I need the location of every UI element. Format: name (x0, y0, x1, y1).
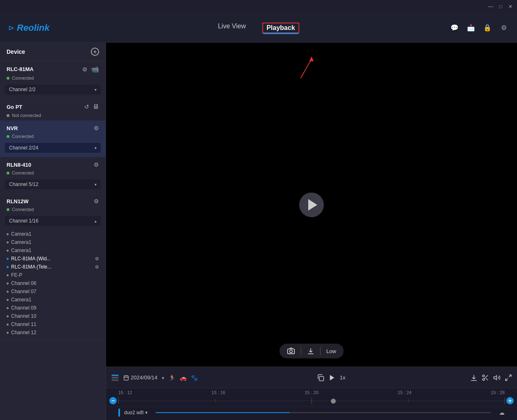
device-gear-gopt[interactable]: ↺ (84, 103, 89, 110)
timeline-zoom-out-button[interactable]: − (109, 397, 117, 404)
add-device-button[interactable]: + (91, 48, 99, 56)
channel-dot-10 (7, 315, 9, 317)
channel-dot-5 (7, 274, 9, 276)
device-stream-icon-rlc81ma[interactable]: 📹 (91, 65, 99, 73)
device-stream-icon-gopt[interactable]: 🖥 (92, 103, 99, 110)
device-item-nvr: NVR ⚙ Connected Channel 2/24 ▾ (0, 121, 106, 157)
channel-track-name: duo2 wifi ▾ (124, 410, 148, 415)
timeline-track-row[interactable]: − + (106, 396, 517, 406)
device-name-rlc81ma: RLC-81MA (7, 66, 34, 72)
cloud-icon[interactable]: ☁ (499, 409, 505, 416)
channel-list-item-3[interactable]: RLC-81MA (Wid... ⚙ (7, 255, 99, 263)
fullscreen-icon[interactable] (505, 374, 512, 381)
channel-dot-7 (7, 291, 9, 293)
download-button[interactable] (307, 347, 314, 355)
channel-list-item-6[interactable]: Channel 06 (7, 279, 99, 287)
tick-4 (505, 397, 505, 404)
device-channel-nvr[interactable]: Channel 2/24 ▾ (5, 143, 101, 153)
chat-icon[interactable]: 💬 (450, 23, 459, 33)
tick-2 (312, 397, 312, 404)
channel-track-progress (156, 412, 290, 413)
channel-gear-4[interactable]: ⚙ (95, 264, 99, 270)
svg-rect-7 (124, 376, 129, 380)
filter-pet-icon[interactable]: 🐾 (191, 374, 198, 381)
play-button[interactable] (299, 193, 324, 217)
channel-name-11: Channel 11 (11, 321, 36, 327)
channel-track-dropdown-icon[interactable]: ▾ (145, 410, 148, 415)
filter-vehicle-icon[interactable]: 🚗 (180, 374, 187, 381)
channel-track-label: duo2 wifi (124, 410, 143, 415)
list-view-icon[interactable] (111, 374, 119, 382)
filter-motion-icon[interactable]: 🏃 (168, 374, 175, 381)
channel-text-rlc81ma: Channel 2/2 (9, 87, 36, 92)
tab-live-view[interactable]: Live View (218, 23, 246, 33)
svg-point-11 (482, 379, 485, 381)
sidebar-header: Device + (0, 43, 106, 61)
main-area: Low 2024/09/14 (106, 43, 517, 420)
quality-label[interactable]: Low (326, 348, 336, 354)
status-text-rln8410: Connected (12, 170, 34, 175)
status-text-rln12w: Connected (12, 207, 34, 212)
channel-list-item-10[interactable]: Channel 10 (7, 312, 99, 320)
close-button[interactable]: ✕ (507, 3, 514, 10)
playback-date[interactable]: 2024/09/14 (123, 374, 157, 381)
channel-list-item-5[interactable]: FE-P (7, 271, 99, 279)
channel-list-item-8[interactable]: Camera1 (7, 296, 99, 304)
tab-playback[interactable]: Playback (262, 23, 299, 33)
download-recording-icon[interactable] (470, 374, 478, 381)
minimize-button[interactable]: — (487, 3, 494, 10)
channel-track-line[interactable] (156, 412, 491, 413)
maximize-button[interactable]: □ (497, 3, 504, 10)
svg-rect-6 (112, 379, 119, 381)
channel-list-item-2[interactable]: Camera1 (7, 246, 99, 255)
channel-name-2: Camera1 (11, 248, 31, 253)
chevron-up-icon-rln12w: ▴ (95, 219, 97, 223)
device-gear-rln8410[interactable]: ⚙ (94, 161, 99, 168)
video-toolbar: Low (279, 344, 344, 358)
device-channel-rlc81ma[interactable]: Channel 2/2 ▾ (5, 85, 101, 94)
copy-icon[interactable] (317, 374, 324, 381)
svg-rect-5 (112, 377, 119, 378)
channel-list-item-4[interactable]: RLC-81MA (Tele... ⚙ (7, 263, 99, 271)
channel-list-item-11[interactable]: Channel 11 (7, 320, 99, 328)
status-dot-gopt (7, 114, 9, 117)
channel-list-item-0[interactable]: Camera1 (7, 230, 99, 238)
tick-0 (118, 397, 119, 404)
channel-name-3: RLC-81MA (Wid... (11, 256, 51, 262)
message-icon[interactable]: 📩 (466, 23, 476, 33)
device-gear-rlc81ma[interactable]: ⚙ (82, 66, 88, 73)
device-name-nvr: NVR (7, 125, 18, 131)
channel-list-item-1[interactable]: Camera1 (7, 238, 99, 246)
playback-speed[interactable]: 1x (340, 374, 351, 381)
logo: ⊳ Reolink (8, 23, 49, 33)
channel-name-6: Channel 06 (11, 280, 36, 286)
channel-list-item-9[interactable]: Channel 09 (7, 304, 99, 312)
device-gear-rln12w[interactable]: ⚙ (94, 198, 99, 204)
channel-name-5: FE-P (11, 272, 22, 278)
channel-dot-9 (7, 307, 9, 309)
svg-line-15 (509, 375, 511, 377)
channel-gear-3[interactable]: ⚙ (95, 256, 99, 262)
screenshot-button[interactable] (287, 347, 295, 355)
device-gear-nvr[interactable]: ⚙ (94, 125, 99, 131)
channel-dot-8 (7, 299, 9, 301)
channel-name-0: Camera1 (11, 231, 31, 237)
channel-dot-12 (7, 332, 9, 334)
playback-bar: 2024/09/14 ● 🏃 🚗 🐾 (106, 367, 517, 388)
channel-name-8: Camera1 (11, 297, 31, 303)
volume-icon[interactable] (493, 374, 501, 381)
tick-3 (408, 399, 409, 403)
cut-icon[interactable] (482, 374, 489, 381)
logo-icon: ⊳ (8, 23, 14, 32)
device-channel-rln8410[interactable]: Channel 5/12 ▾ (5, 179, 101, 189)
filter-all-icon[interactable]: ● (162, 375, 164, 381)
logo-text: Reolink (17, 23, 49, 33)
channel-list-item-12[interactable]: Channel 12 (7, 328, 99, 337)
settings-icon[interactable]: ⚙ (499, 23, 509, 33)
play-pause-button[interactable] (328, 374, 336, 381)
timeline-zoom-in-button[interactable]: + (506, 397, 514, 404)
lock-icon[interactable]: 🔒 (482, 23, 492, 33)
channel-dot-11 (7, 324, 9, 326)
device-channel-rln12w[interactable]: Channel 1/16 ▴ (5, 216, 101, 226)
channel-list-item-7[interactable]: Channel 07 (7, 287, 99, 296)
